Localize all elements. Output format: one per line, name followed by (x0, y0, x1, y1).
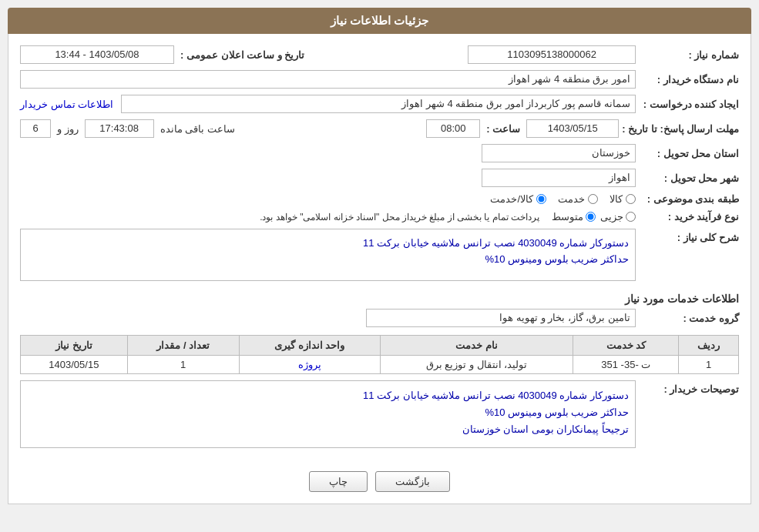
cell-qty: 1 (127, 356, 239, 374)
buyer-notes-container: توصیحات خریدار : دستورکار شماره 4030049 … (20, 380, 739, 452)
print-button[interactable]: چاپ (309, 471, 368, 492)
deadline-time-label: ساعت : (486, 123, 520, 135)
cell-date: 1403/05/15 (21, 356, 128, 374)
announce-label: تاریخ و ساعت اعلان عمومی : (180, 49, 304, 61)
category-kala-khadamat-item[interactable]: کالا/خدمت (490, 193, 546, 205)
delivery-province-value: خوزستان (482, 144, 636, 162)
category-kala-label: کالا (610, 193, 623, 205)
request-number-label: شماره نیاز : (639, 49, 739, 61)
deadline-date: 1403/05/15 (526, 119, 619, 138)
description-value: دستورکار شماره 4030049 نصب ترانس ملاشیه … (27, 236, 629, 274)
col-header-qty: تعداد / مقدار (127, 336, 239, 356)
deadline-time: 08:00 (426, 119, 480, 138)
buyer-org-value: امور برق منطقه 4 شهر اهواز (20, 70, 636, 89)
process-jazii-item[interactable]: جزیی (600, 211, 636, 223)
table-row: 1 ت -35- 351 تولید، انتقال و توزیع برق پ… (21, 356, 739, 374)
page-title: جزئیات اطلاعات نیاز (331, 14, 428, 27)
request-number-value: 1103095138000062 (468, 45, 636, 64)
action-buttons: بازگشت چاپ (20, 463, 739, 492)
category-kala-radio[interactable] (626, 194, 636, 204)
col-header-row: ردیف (679, 336, 739, 356)
category-kala-khadamat-radio[interactable] (536, 194, 546, 204)
cell-unit: پروژه (239, 356, 380, 374)
deadline-remaining: 17:43:08 (85, 119, 154, 138)
creator-label: ایجاد کننده درخواست : (639, 99, 739, 110)
cell-code: ت -35- 351 (573, 356, 679, 374)
delivery-city-label: شهر محل تحویل : (639, 172, 739, 184)
header-bar: جزئیات اطلاعات نیاز (8, 8, 751, 34)
process-motavasset-radio[interactable] (586, 212, 596, 222)
col-header-unit: واحد اندازه گیری (239, 336, 380, 356)
creator-value: سمانه قاسم پور کاربرداز امور برق منطقه 4… (121, 95, 636, 113)
buyer-notes-box: دستورکار شماره 4030049 نصب ترانس ملاشیه … (27, 387, 629, 441)
services-table: ردیف کد خدمت نام خدمت واحد اندازه گیری ت… (20, 335, 739, 374)
col-header-date: تاریخ نیاز (21, 336, 128, 356)
service-group-value: تامین برق، گاز، بخار و تهویه هوا (366, 309, 636, 327)
process-row: جزیی متوسط پرداخت تمام یا بخشی از مبلغ خ… (20, 211, 636, 223)
category-label: طبقه بندی موضوعی : (639, 193, 739, 205)
announce-value: 1403/05/08 - 13:44 (20, 45, 174, 64)
category-kala-item[interactable]: کالا (610, 193, 636, 205)
services-table-container: ردیف کد خدمت نام خدمت واحد اندازه گیری ت… (20, 335, 739, 374)
deadline-remaining-label: ساعت باقی مانده (160, 123, 235, 135)
category-khadamat-radio[interactable] (588, 194, 598, 204)
col-header-code: کد خدمت (573, 336, 679, 356)
delivery-city-value: اهواز (482, 169, 636, 187)
service-group-label: گروه خدمت : (639, 313, 739, 324)
cell-row: 1 (679, 356, 739, 374)
col-header-name: نام خدمت (380, 336, 573, 356)
creator-link[interactable]: اطلاعات تماس خریدار (20, 99, 113, 110)
category-khadamat-item[interactable]: خدمت (558, 193, 598, 205)
cell-name: تولید، انتقال و توزیع برق (380, 356, 573, 374)
deadline-label: مهلت ارسال پاسخ: تا تاریخ : (622, 123, 739, 135)
process-note: پرداخت تمام یا بخشی از مبلغ خریداز محل "… (260, 212, 539, 223)
category-radio-group: کالا خدمت کالا/خدمت (20, 193, 636, 205)
buyer-notes-label: توصیحات خریدار : (639, 380, 739, 395)
back-button[interactable]: بازگشت (375, 471, 450, 492)
deadline-days: 6 (20, 119, 51, 138)
category-khadamat-label: خدمت (558, 193, 585, 205)
process-jazii-radio[interactable] (626, 212, 636, 222)
process-motavasset-label: متوسط (552, 211, 583, 223)
category-kala-khadamat-label: کالا/خدمت (490, 193, 533, 205)
process-jazii-label: جزیی (600, 211, 623, 223)
process-motavasset-item[interactable]: متوسط (552, 211, 596, 223)
delivery-province-label: استان محل تحویل : (639, 148, 739, 159)
services-section-title: اطلاعات خدمات مورد نیاز (20, 293, 739, 305)
process-label: نوع فرآیند خرید : (639, 211, 739, 223)
description-label: شرح کلی نیاز : (639, 229, 739, 243)
buyer-org-label: نام دستگاه خریدار : (639, 74, 739, 85)
deadline-days-label: روز و (57, 123, 79, 135)
